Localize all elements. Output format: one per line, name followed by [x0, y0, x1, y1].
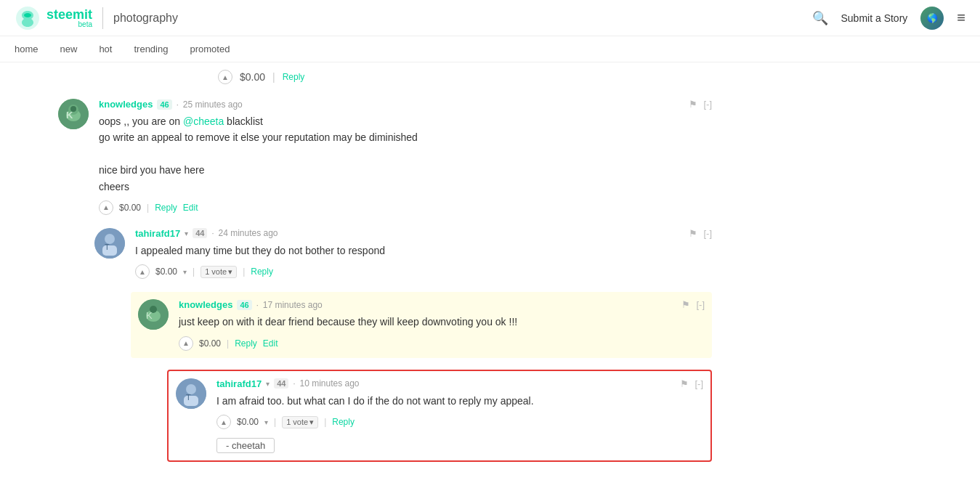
comment-text-knowledges-1: oops ,, you are on @cheeta blacklist go … [99, 113, 712, 195]
comment-text-tahirafd17-1: I appealed many time but they do not bot… [135, 243, 712, 259]
comment-meta-knowledges-2: knowledges 46 · 17 minutes ago ⚑ [-] [179, 299, 705, 310]
amount-tahirafd17-2: $0.00 [237, 417, 259, 427]
header-divider [102, 7, 103, 29]
avatar-knowledges-1: K [58, 99, 89, 129]
cheetah-tag-container: - cheetah [216, 434, 703, 453]
comment-meta-knowledges-1: knowledges 46 · 25 minutes ago ⚑ [-] [99, 99, 712, 110]
comment-tahirafd17-2: T tahirafd17 ▾ 44 · 10 minutes ago ⚑ [-]… [167, 370, 712, 462]
header: steemit beta photography 🔍 Submit a Stor… [0, 0, 980, 36]
comment-actions-knowledges-1: ⚑ [-] [689, 99, 712, 110]
rep-badge-tahirafd17-1: 44 [193, 228, 207, 238]
amount-knowledges-1: $0.00 [119, 203, 141, 213]
reply-link-tahirafd17-1[interactable]: Reply [251, 267, 273, 277]
nav-item-home[interactable]: home [15, 44, 39, 54]
comment-content-tahirafd17-2: tahirafd17 ▾ 44 · 10 minutes ago ⚑ [-] I… [216, 378, 703, 453]
svg-text:T: T [105, 243, 110, 251]
nav-item-trending[interactable]: trending [134, 44, 168, 54]
avatar-knowledges-2: K [138, 299, 169, 330]
vote-count-label-tahirafd17-1: 1 vote [205, 267, 227, 276]
hamburger-icon[interactable]: ≡ [957, 9, 965, 26]
flag-icon-knowledges-2[interactable]: ⚑ [681, 299, 690, 310]
flag-icon-tahirafd17-2[interactable]: ⚑ [680, 378, 689, 389]
comment-tahirafd17-1: T tahirafd17 ▾ 44 · 24 minutes ago ⚑ [-]… [15, 228, 712, 279]
main-nav: home new hot trending promoted [0, 36, 980, 62]
time-knowledges-1: 25 minutes ago [183, 99, 243, 110]
edit-link-knowledges-1[interactable]: Edit [183, 203, 198, 213]
submit-story-button[interactable]: Submit a Story [841, 12, 908, 24]
comment-actions-knowledges-2: ⚑ [-] [681, 299, 705, 310]
comment-author-knowledges-1[interactable]: knowledges [99, 99, 153, 110]
avatar[interactable]: 🌎 [920, 7, 944, 30]
flag-icon-tahirafd17-1[interactable]: ⚑ [689, 228, 697, 239]
reply-link-knowledges-2[interactable]: Reply [235, 338, 257, 349]
comment-actions-tahirafd17-2: ⚑ [-] [680, 378, 703, 389]
comment-knowledges-1: K knowledges 46 · 25 minutes ago ⚑ [-] o… [15, 99, 712, 215]
comment-content-knowledges-1: knowledges 46 · 25 minutes ago ⚑ [-] oop… [99, 99, 712, 215]
logo-beta-label: beta [46, 21, 92, 28]
logo-area[interactable]: steemit beta [15, 5, 92, 31]
collapse-btn-tahirafd17-1[interactable]: [-] [703, 228, 712, 239]
comment-meta-tahirafd17-2: tahirafd17 ▾ 44 · 10 minutes ago ⚑ [-] [216, 378, 703, 389]
avatar-tahirafd17-2: T [176, 378, 206, 409]
header-category: photography [113, 12, 178, 25]
collapse-btn-tahirafd17-2[interactable]: [-] [694, 378, 703, 389]
rep-badge-knowledges-2: 46 [237, 300, 251, 310]
upvote-btn-tahirafd17-1[interactable]: ▲ [135, 264, 150, 279]
main-content: ▲ $0.00 | Reply K knowledges 46 · [0, 62, 726, 481]
cheetah-tag: - cheetah [216, 438, 275, 453]
nav-item-new[interactable]: new [60, 44, 78, 54]
time-tahirafd17-2: 10 minutes ago [299, 378, 359, 389]
rep-badge-tahirafd17-2: 44 [274, 378, 288, 389]
vote-amount-dropdown-tahirafd17-2[interactable]: ▾ [264, 418, 268, 426]
amount-tahirafd17-1: $0.00 [155, 267, 177, 277]
amount-knowledges-2: $0.00 [199, 338, 221, 349]
comment-meta-tahirafd17-1: tahirafd17 ▾ 44 · 24 minutes ago ⚑ [-] [135, 228, 712, 239]
rep-badge-knowledges-1: 46 [157, 99, 171, 110]
svg-text:K: K [146, 310, 153, 321]
nav-item-hot[interactable]: hot [99, 44, 112, 54]
header-right: 🔍 Submit a Story 🌎 ≡ [812, 7, 966, 30]
collapse-btn-knowledges-2[interactable]: [-] [696, 299, 705, 310]
search-icon[interactable]: 🔍 [812, 10, 828, 26]
avatar-img: K [58, 99, 89, 129]
flag-icon-knowledges-1[interactable]: ⚑ [689, 99, 697, 110]
comment-author-knowledges-2[interactable]: knowledges [179, 299, 232, 310]
comment-author-tahirafd17-1[interactable]: tahirafd17 [135, 228, 180, 239]
vote-count-dropdown-tahirafd17-2[interactable]: 1 vote ▾ [282, 416, 318, 428]
comment-text-tahirafd17-2: I am afraid too. but what can I do if th… [216, 393, 703, 409]
reply-link-tahirafd17-2[interactable]: Reply [332, 417, 355, 427]
vote-row-tahirafd17-1: ▲ $0.00 ▾ | 1 vote ▾ | Reply [135, 264, 712, 279]
logo-text: steemit beta [46, 8, 92, 28]
comment-knowledges-2: K knowledges 46 · 17 minutes ago ⚑ [-] j… [131, 292, 712, 357]
vote-count-dropdown-tahirafd17-1[interactable]: 1 vote ▾ [201, 266, 237, 278]
comment-content-tahirafd17-1: tahirafd17 ▾ 44 · 24 minutes ago ⚑ [-] I… [135, 228, 712, 279]
svg-text:T: T [186, 393, 191, 402]
reply-link-knowledges-1[interactable]: Reply [155, 203, 177, 213]
reply-link-top[interactable]: Reply [283, 72, 305, 82]
author-dropdown-tahirafd17-2[interactable]: ▾ [266, 380, 270, 388]
collapse-btn-knowledges-1[interactable]: [-] [703, 99, 712, 110]
comment-text-knowledges-2: just keep on with it dear friend because… [179, 314, 705, 330]
upvote-button-top[interactable]: ▲ [218, 70, 232, 84]
vote-row-knowledges-1: ▲ $0.00 | Reply Edit [99, 200, 712, 215]
svg-text:K: K [66, 110, 73, 121]
top-vote-row: ▲ $0.00 | Reply [15, 70, 712, 84]
upvote-btn-knowledges-1[interactable]: ▲ [99, 200, 113, 215]
vote-amount-dropdown-tahirafd17-1[interactable]: ▾ [183, 268, 187, 276]
mention-cheeta[interactable]: @cheeta [183, 115, 224, 127]
upvote-btn-knowledges-2[interactable]: ▲ [179, 336, 193, 351]
avatar-tahirafd17-1: T [94, 228, 125, 259]
vote-count-label-tahirafd17-2: 1 vote [286, 418, 308, 426]
upvote-btn-tahirafd17-2[interactable]: ▲ [216, 415, 231, 429]
vote-amount-top: $0.00 [240, 71, 265, 83]
comment-actions-tahirafd17-1: ⚑ [-] [689, 228, 712, 239]
nav-item-promoted[interactable]: promoted [190, 44, 230, 54]
edit-link-knowledges-2[interactable]: Edit [263, 338, 278, 349]
time-tahirafd17-1: 24 minutes ago [218, 228, 278, 238]
author-dropdown-tahirafd17-1[interactable]: ▾ [185, 229, 188, 237]
logo-steemit-label: steemit [46, 8, 92, 21]
comment-author-tahirafd17-2[interactable]: tahirafd17 [216, 378, 262, 389]
vote-row-tahirafd17-2: ▲ $0.00 ▾ | 1 vote ▾ | Reply [216, 415, 703, 429]
vote-row-knowledges-2: ▲ $0.00 | Reply Edit [179, 336, 705, 351]
comment-content-knowledges-2: knowledges 46 · 17 minutes ago ⚑ [-] jus… [179, 299, 705, 350]
